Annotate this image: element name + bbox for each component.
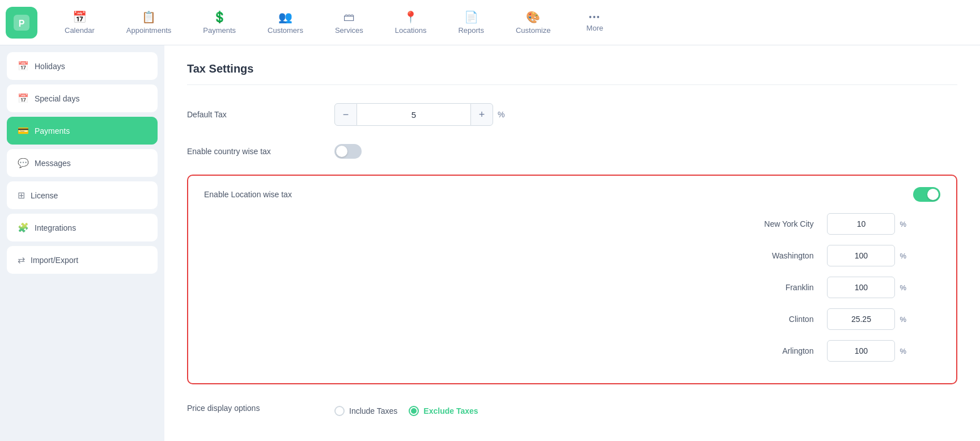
country-wise-row: Enable country wise tax <box>187 142 957 161</box>
nav-calendar[interactable]: 📅 Calendar <box>49 6 111 39</box>
sidebar-item-messages[interactable]: 💬 Messages <box>7 149 158 177</box>
sidebar-item-import-export[interactable]: ⇄ Import/Export <box>7 246 158 274</box>
location-wise-toggle-wrap <box>913 187 940 202</box>
nav-calendar-label: Calendar <box>65 26 95 35</box>
nav-customers-label: Customers <box>268 26 303 35</box>
nav-customers[interactable]: 👥 Customers <box>252 6 319 39</box>
default-tax-input[interactable] <box>357 103 470 126</box>
location-row-clinton: Clinton % <box>204 308 940 330</box>
location-pct-washington: % <box>900 252 906 260</box>
location-input-franklin[interactable] <box>827 277 895 298</box>
default-tax-increment[interactable]: + <box>470 103 493 126</box>
location-name-arlington: Arlington <box>700 346 813 355</box>
sidebar-special-days-label: Special days <box>35 94 79 103</box>
default-tax-row: Default Tax − + % <box>187 101 957 128</box>
calendar-icon: 📅 <box>73 10 87 24</box>
locations-icon: 📍 <box>404 10 418 24</box>
messages-icon: 💬 <box>18 158 29 168</box>
nav-services-label: Services <box>335 26 363 35</box>
exclude-taxes-label: Exclude Taxes <box>423 406 478 415</box>
sidebar-item-integrations[interactable]: 🧩 Integrations <box>7 214 158 241</box>
location-input-nyc[interactable] <box>827 213 895 235</box>
include-taxes-radio <box>334 406 345 416</box>
import-export-icon: ⇄ <box>18 255 25 265</box>
exclude-taxes-option[interactable]: Exclude Taxes <box>409 406 478 416</box>
services-icon: 🗃 <box>343 11 355 24</box>
location-input-arlington[interactable] <box>827 340 895 362</box>
default-tax-pct: % <box>498 110 504 119</box>
sidebar: 📅 Holidays 📅 Special days 💳 Payments 💬 M… <box>0 45 164 441</box>
location-row-arlington: Arlington % <box>204 340 940 362</box>
location-wise-slider <box>913 187 940 202</box>
appointments-icon: 📋 <box>142 10 156 24</box>
nav-payments[interactable]: 💲 Payments <box>187 6 252 39</box>
nav-reports-label: Reports <box>458 26 484 35</box>
location-pct-clinton: % <box>900 315 906 324</box>
nav-items: 📅 Calendar 📋 Appointments 💲 Payments 👥 C… <box>49 6 974 39</box>
exclude-taxes-radio <box>409 406 419 416</box>
nav-customize[interactable]: 🎨 Customize <box>500 6 566 39</box>
nav-reports[interactable]: 📄 Reports <box>442 6 500 39</box>
nav-customize-label: Customize <box>516 26 550 35</box>
integrations-icon: 🧩 <box>18 222 29 233</box>
price-display-row: Price display options Include Taxes Excl… <box>187 398 957 418</box>
sidebar-payments-icon: 💳 <box>18 125 29 136</box>
section-title: Tax Settings <box>187 62 957 85</box>
sidebar-license-label: License <box>31 191 58 200</box>
nav-locations[interactable]: 📍 Locations <box>379 6 443 39</box>
location-wise-toggle[interactable] <box>913 187 940 202</box>
location-name-clinton: Clinton <box>700 315 813 324</box>
sidebar-item-special-days[interactable]: 📅 Special days <box>7 84 158 112</box>
location-wise-header: Enable Location wise tax <box>204 187 940 202</box>
nav-more[interactable]: ••• More <box>566 6 623 39</box>
sidebar-item-license[interactable]: ⊞ License <box>7 181 158 209</box>
default-tax-label: Default Tax <box>187 110 334 119</box>
nav-appointments[interactable]: 📋 Appointments <box>111 6 188 39</box>
customize-icon: 🎨 <box>526 10 540 24</box>
price-display-options: Include Taxes Exclude Taxes <box>334 406 478 416</box>
top-navigation: P 📅 Calendar 📋 Appointments 💲 Payments 👥… <box>0 0 980 45</box>
app-logo[interactable]: P <box>6 7 37 39</box>
customers-icon: 👥 <box>278 10 292 24</box>
location-name-franklin: Franklin <box>700 283 813 292</box>
sidebar-integrations-label: Integrations <box>35 223 76 232</box>
country-wise-slider <box>334 144 362 159</box>
reports-icon: 📄 <box>464 10 478 24</box>
include-taxes-option[interactable]: Include Taxes <box>334 406 397 416</box>
nav-payments-label: Payments <box>203 26 236 35</box>
price-display-label: Price display options <box>187 404 334 413</box>
sidebar-item-payments[interactable]: 💳 Payments <box>7 117 158 145</box>
holidays-icon: 📅 <box>18 61 29 71</box>
main-content: Tax Settings Default Tax − + % Enable co… <box>164 45 980 441</box>
svg-text:P: P <box>19 19 25 28</box>
sidebar-holidays-label: Holidays <box>35 62 65 71</box>
sidebar-import-export-label: Import/Export <box>31 256 78 265</box>
location-pct-franklin: % <box>900 283 906 292</box>
nav-more-label: More <box>587 24 604 32</box>
country-wise-toggle[interactable] <box>334 144 362 159</box>
country-wise-label: Enable country wise tax <box>187 147 334 156</box>
location-wise-box: Enable Location wise tax New York City %… <box>187 175 957 384</box>
include-taxes-label: Include Taxes <box>349 406 397 415</box>
nav-services[interactable]: 🗃 Services <box>319 6 379 39</box>
country-wise-toggle-wrap <box>334 144 362 159</box>
nav-appointments-label: Appointments <box>126 26 172 35</box>
default-tax-control: − + % <box>334 103 504 126</box>
location-input-clinton[interactable] <box>827 308 895 330</box>
sidebar-payments-label: Payments <box>35 126 70 135</box>
payments-icon: 💲 <box>213 10 227 24</box>
logo-icon: P <box>12 14 31 32</box>
location-pct-nyc: % <box>900 220 906 228</box>
location-row-nyc: New York City % <box>204 213 940 235</box>
nav-locations-label: Locations <box>395 26 427 35</box>
location-input-washington[interactable] <box>827 245 895 266</box>
more-icon: ••• <box>589 12 601 22</box>
page-layout: 📅 Holidays 📅 Special days 💳 Payments 💬 M… <box>0 45 980 441</box>
default-tax-decrement[interactable]: − <box>334 103 357 126</box>
location-pct-arlington: % <box>900 347 906 355</box>
sidebar-item-holidays[interactable]: 📅 Holidays <box>7 52 158 80</box>
location-name-nyc: New York City <box>700 219 813 228</box>
sidebar-messages-label: Messages <box>35 159 71 168</box>
location-name-washington: Washington <box>700 251 813 260</box>
location-wise-label: Enable Location wise tax <box>204 190 913 199</box>
